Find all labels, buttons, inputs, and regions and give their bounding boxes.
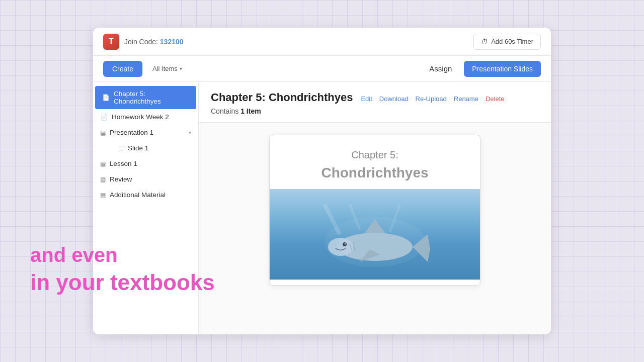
content-header: Chapter 5: Chondrichthyes Edit Download … (199, 82, 551, 123)
rename-link[interactable]: Rename (454, 95, 478, 103)
chevron-down-icon: ▾ (180, 66, 182, 71)
sidebar-item-additional-material[interactable]: ▤ Additional Material (93, 187, 198, 203)
checkbox-icon: ☐ (118, 145, 124, 152)
sidebar-item-label: Slide 1 (128, 144, 148, 152)
sidebar-item-lesson1[interactable]: ▤ Lesson 1 (93, 156, 198, 171)
main-content: Chapter 5: Chondrichthyes Edit Download … (199, 82, 551, 334)
sidebar-item-chapter5[interactable]: 📄 Chapter 5: Chondrichthyes (95, 86, 196, 109)
slide-title-section: Chapter 5: Chondrichthyes (270, 135, 480, 189)
svg-point-5 (328, 238, 353, 256)
app-logo: T (103, 34, 119, 50)
chevron-down-icon: ▾ (189, 130, 191, 135)
sidebar-item-label: Additional Material (110, 191, 166, 199)
svg-point-7 (345, 243, 346, 245)
join-code-label: Join Code: 132100 (124, 38, 184, 46)
sidebar-item-label: Presentation 1 (110, 129, 153, 136)
content-area: 📄 Chapter 5: Chondrichthyes 📄 Homework W… (93, 82, 551, 334)
presentation-slides-button[interactable]: Presentation Slides (464, 61, 541, 77)
create-button[interactable]: Create (103, 61, 142, 77)
content-actions: Edit Download Re-Upload Rename Delete (361, 95, 504, 103)
sidebar-item-label: Chapter 5: Chondrichthyes (114, 90, 189, 105)
sidebar: 📄 Chapter 5: Chondrichthyes 📄 Homework W… (93, 82, 199, 334)
grid-icon: ▤ (100, 160, 106, 167)
header-bar: T Join Code: 132100 ⏱ Add 60s Timer (93, 28, 551, 56)
sidebar-item-label: Lesson 1 (110, 160, 137, 167)
item-count: 1 Item (240, 107, 261, 115)
edit-link[interactable]: Edit (361, 95, 372, 103)
slide-main-title: Chondrichthyes (282, 165, 468, 181)
content-subtitle: Contains 1 Item (211, 107, 539, 115)
sidebar-item-homework2[interactable]: 📄 Homework Week 2 (93, 109, 198, 125)
sidebar-item-slide1[interactable]: ☐ Slide 1 (93, 140, 198, 156)
grid-icon: ▤ (100, 129, 106, 136)
timer-icon: ⏱ (481, 38, 488, 46)
toolbar: Create All Items ▾ Assign Presentation S… (93, 56, 551, 82)
app-container: T Join Code: 132100 ⏱ Add 60s Timer Crea… (93, 28, 551, 334)
sidebar-item-label: Review (110, 175, 132, 183)
page-title: Chapter 5: Chondrichthyes (211, 91, 353, 104)
download-link[interactable]: Download (379, 95, 409, 103)
slide-card: Chapter 5: Chondrichthyes (269, 135, 480, 286)
all-items-dropdown[interactable]: All Items ▾ (148, 63, 186, 74)
grid-icon: ▤ (100, 176, 106, 183)
add-timer-button[interactable]: ⏱ Add 60s Timer (473, 34, 541, 50)
document-icon: 📄 (102, 94, 110, 101)
reupload-link[interactable]: Re-Upload (416, 95, 447, 103)
sidebar-item-label: Homework Week 2 (112, 113, 169, 121)
sidebar-item-review[interactable]: ▤ Review (93, 171, 198, 187)
assign-button[interactable]: Assign (423, 60, 458, 77)
document-icon: 📄 (100, 114, 108, 121)
content-title-row: Chapter 5: Chondrichthyes Edit Download … (211, 91, 539, 104)
slide-preview-area: Chapter 5: Chondrichthyes (199, 123, 551, 298)
sidebar-item-presentation1[interactable]: ▤ Presentation 1 ▾ (93, 125, 198, 140)
grid-icon: ▤ (100, 192, 106, 199)
join-code-value: 132100 (160, 38, 184, 46)
delete-link[interactable]: Delete (486, 95, 505, 103)
logo-area: T Join Code: 132100 (103, 34, 184, 50)
slide-chapter-label: Chapter 5: (282, 149, 468, 161)
slide-image (270, 189, 480, 280)
